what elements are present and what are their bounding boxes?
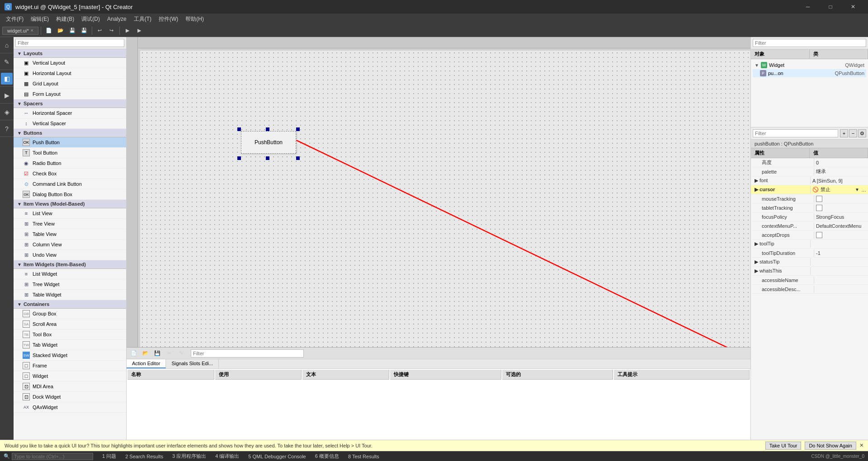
handle-tr[interactable] [296, 127, 300, 131]
wb-item-tree-view[interactable]: ⊞ Tree View [14, 219, 126, 229]
menu-build[interactable]: 构建(B) [52, 14, 78, 24]
wb-item-mdi-area[interactable]: ⊡ MDI Area [14, 381, 126, 392]
menu-debug[interactable]: 调试(D) [78, 14, 104, 24]
wb-item-v-spacer[interactable]: ↕ Vertical Spacer [14, 118, 126, 129]
bottom-toolbar-btn-1[interactable]: 📄 [128, 348, 139, 358]
wb-item-vertical-layout[interactable]: ▣ Vertical Layout [14, 58, 126, 68]
prop-value[interactable] [814, 195, 868, 203]
toolbar-new-btn[interactable]: 📄 [43, 26, 54, 36]
widget-box-filter-input[interactable] [15, 39, 124, 47]
bottom-toolbar-btn-5[interactable]: ✎ [175, 348, 186, 358]
wb-item-scroll-area[interactable]: SA Scroll Area [14, 319, 126, 329]
handle-tl[interactable] [237, 127, 241, 131]
prop-value[interactable]: 🚫禁止 ▼ … [811, 185, 868, 194]
wb-item-table-widget[interactable]: ⊞ Table Widget [14, 290, 126, 300]
wb-item-list-view[interactable]: ≡ List View [14, 208, 126, 219]
toolbar-open-btn[interactable]: 📂 [55, 26, 66, 36]
bottom-toolbar-btn-3[interactable]: 💾 [152, 348, 163, 358]
checkbox-tablettracking[interactable] [816, 205, 822, 211]
bottom-toolbar-btn-4[interactable]: ✂ [164, 348, 175, 358]
prop-value[interactable] [814, 279, 868, 281]
locate-input[interactable] [12, 453, 93, 460]
menu-analyze[interactable]: Analyze [104, 15, 130, 23]
menu-help[interactable]: 帮助(H) [182, 14, 208, 24]
take-tour-button[interactable]: Take UI Tour [765, 442, 802, 450]
wb-cat-buttons[interactable]: ▼ Buttons [14, 129, 126, 137]
prop-value[interactable]: StrongFocus [814, 213, 868, 221]
wb-item-frame[interactable]: □ Frame [14, 361, 126, 371]
status-test-results[interactable]: 8 Test Results [348, 454, 379, 459]
status-app-output[interactable]: 3 应用程序输出 [172, 453, 206, 460]
wb-item-widget[interactable]: □ Widget [14, 371, 126, 381]
status-overview[interactable]: 6 概要信息 [315, 453, 339, 460]
handle-bl[interactable] [237, 156, 241, 160]
props-add-btn[interactable]: + [840, 129, 848, 137]
prop-value[interactable] [814, 231, 868, 239]
checkbox-mousetracking[interactable] [816, 196, 822, 202]
sidebar-project[interactable]: ◈ [1, 106, 13, 118]
wb-item-group-box[interactable]: GB Group Box [14, 309, 126, 319]
wb-item-table-view[interactable]: ⊞ Table View [14, 229, 126, 240]
wb-item-column-view[interactable]: ⊞ Column View [14, 240, 126, 250]
wb-item-horizontal-layout[interactable]: ▣ Horizontal Layout [14, 68, 126, 79]
prop-value[interactable] [814, 288, 868, 290]
wb-item-push-button[interactable]: OK Push Button [14, 137, 126, 148]
wb-item-tree-widget[interactable]: ⊞ Tree Widget [14, 279, 126, 290]
close-button[interactable]: ✕ [843, 0, 863, 14]
wb-item-tool-box[interactable]: TB Tool Box [14, 329, 126, 340]
canvas-push-button[interactable]: PushButton [241, 131, 296, 154]
wb-item-stacked-widget[interactable]: SW Stacked Widget [14, 350, 126, 361]
wb-item-check-box[interactable]: ☑ Check Box [14, 169, 126, 179]
wb-item-qaxwidget[interactable]: AX QAxWidget [14, 402, 126, 413]
handle-bc[interactable] [266, 156, 269, 160]
sidebar-edit[interactable]: ✎ [1, 56, 13, 68]
prop-value[interactable]: 继承 [814, 167, 868, 176]
prop-value[interactable] [811, 261, 868, 263]
canvas-dot-grid[interactable]: PushButton [140, 51, 750, 347]
prop-value[interactable]: 0 [814, 159, 868, 166]
props-settings-btn[interactable]: ⚙ [858, 129, 866, 137]
props-remove-btn[interactable]: − [849, 129, 857, 137]
wb-item-form-layout[interactable]: ▤ Form Layout [14, 89, 126, 99]
minimize-button[interactable]: ─ [797, 0, 818, 14]
toolbar-save-all-btn[interactable]: 💾 [79, 26, 90, 36]
wb-item-tool-button[interactable]: T Tool Button [14, 148, 126, 158]
prop-value[interactable]: -1 [814, 249, 868, 257]
sidebar-design[interactable]: ◧ [1, 73, 13, 85]
design-canvas[interactable]: PushButton [127, 37, 750, 347]
sidebar-help[interactable]: ? [1, 123, 13, 135]
do-not-show-again-button[interactable]: Do Not Show Again [805, 442, 856, 450]
wb-cat-item-views[interactable]: ▼ Item Views (Model-Based) [14, 200, 126, 208]
props-filter-input[interactable] [753, 129, 838, 137]
wb-item-h-spacer[interactable]: ↔ Horizontal Spacer [14, 108, 126, 118]
toolbar-undo-btn[interactable]: ↩ [94, 26, 105, 36]
prop-value[interactable] [811, 270, 868, 272]
toolbar-redo-btn[interactable]: ↪ [106, 26, 117, 36]
maximize-button[interactable]: □ [820, 0, 841, 14]
wb-item-tab-widget[interactable]: TW Tab Widget [14, 340, 126, 350]
toolbar-run-btn[interactable]: ▶ [134, 26, 145, 36]
wb-item-command-link[interactable]: ⊙ Command Link Button [14, 179, 126, 189]
wb-cat-layouts[interactable]: ▼ Layouts [14, 49, 126, 58]
wb-cat-spacers[interactable]: ▼ Spacers [14, 99, 126, 108]
notification-close-button[interactable]: × [860, 442, 863, 450]
file-tab[interactable]: widget.ui* × [2, 27, 38, 35]
file-tab-close[interactable]: × [31, 28, 33, 33]
wb-item-list-widget[interactable]: ≡ List Widget [14, 269, 126, 279]
sidebar-debug[interactable]: ▶ [1, 89, 13, 101]
right-filter-input[interactable] [753, 39, 866, 47]
wb-cat-containers[interactable]: ▼ Containers [14, 300, 126, 309]
menu-tools[interactable]: 工具(T) [130, 14, 155, 24]
wb-item-dialog-btn-box[interactable]: OK Dialog Button Box [14, 189, 126, 200]
menu-edit[interactable]: 编辑(E) [27, 14, 52, 24]
sidebar-welcome[interactable]: ⌂ [1, 39, 13, 51]
wb-item-dock-widget[interactable]: ⊡ Dock Widget [14, 392, 126, 402]
status-qml-debugger[interactable]: 5 QML Debugger Console [248, 454, 306, 459]
status-compile-output[interactable]: 4 编译输出 [215, 453, 239, 460]
handle-tc[interactable] [266, 127, 269, 131]
prop-value[interactable] [811, 243, 868, 245]
status-problems[interactable]: 1 问题 [102, 453, 116, 460]
status-search-results[interactable]: 2 Search Results [125, 454, 163, 459]
menu-file[interactable]: 文件(F) [2, 14, 27, 24]
wb-item-undo-view[interactable]: ⊞ Undo View [14, 250, 126, 260]
